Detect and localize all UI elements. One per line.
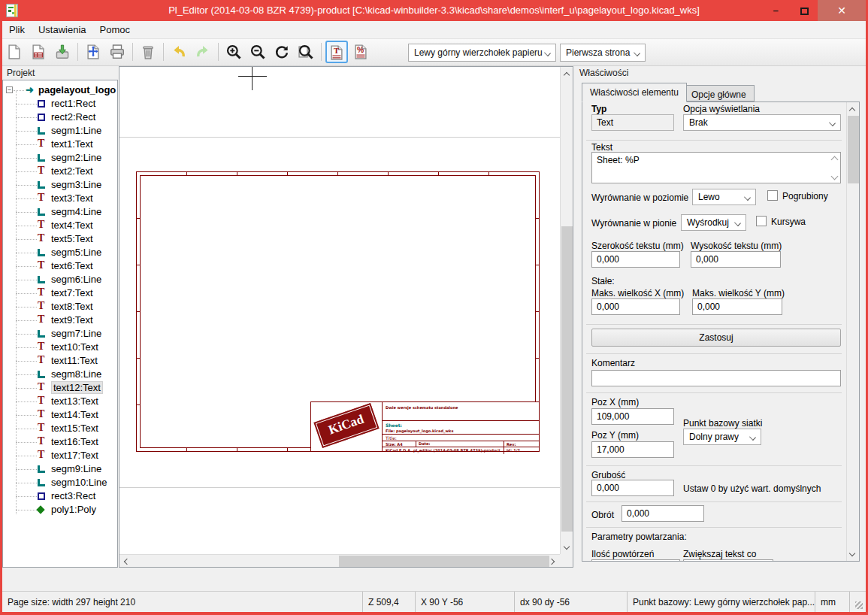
- tab-opcje-glowne[interactable]: Opcje główne: [683, 85, 755, 101]
- tree-item-segm3[interactable]: segm3:Line: [3, 178, 117, 192]
- resize-grip[interactable]: [855, 601, 863, 609]
- tekst-textarea[interactable]: Sheet: %P: [591, 152, 841, 183]
- grid-origin-select[interactable]: Dolny prawy: [683, 429, 761, 445]
- tree-item-segm2[interactable]: segm2:Line: [3, 151, 117, 165]
- print-button[interactable]: [106, 41, 129, 63]
- italic-checkbox[interactable]: [756, 216, 767, 226]
- sheet-settings-button[interactable]: [82, 41, 104, 63]
- scroll-up-button[interactable]: [847, 102, 860, 115]
- properties-scrollbar[interactable]: [846, 102, 859, 561]
- draw-area[interactable]: KiCad Dwie wersje schematu standalone Sh…: [119, 67, 560, 554]
- corner-origin-select[interactable]: Lewy górny wierzchołek papieru: [408, 44, 556, 62]
- halign-select[interactable]: Lewo: [692, 189, 756, 205]
- repeat-count-field[interactable]: [591, 559, 680, 561]
- comment-field[interactable]: [591, 370, 841, 386]
- toolbar-separator: [218, 43, 219, 61]
- text-width-field[interactable]: 0,000: [591, 251, 680, 268]
- tree-item-text2[interactable]: Ttext2:Text: [3, 165, 117, 178]
- tree-item-segm6[interactable]: segm6:Line: [3, 273, 117, 286]
- pos-y-field[interactable]: 17,000: [591, 441, 674, 458]
- tree-item-text13[interactable]: Ttext13:Text: [3, 395, 117, 408]
- hscrollbar-thumb[interactable]: [339, 556, 549, 567]
- zoom-in-button[interactable]: [222, 41, 245, 63]
- scroll-down-button[interactable]: [561, 541, 573, 554]
- new-page-button[interactable]: [3, 41, 26, 63]
- title-block-sheet selected-text[interactable]: Sheet:: [383, 421, 539, 429]
- repeat-step-field[interactable]: [683, 559, 773, 561]
- max-y-field[interactable]: 0,000: [692, 298, 782, 315]
- zoom-out-button[interactable]: [246, 41, 269, 63]
- tab-wlasciwosci-elementu[interactable]: Właściwości elementu: [582, 83, 687, 102]
- redraw-button[interactable]: [271, 41, 293, 63]
- menu-plik[interactable]: Plik: [2, 21, 32, 35]
- tree-item-text9[interactable]: Ttext9:Text: [3, 314, 117, 327]
- undo-button[interactable]: [168, 41, 190, 63]
- tree-item-segm1[interactable]: segm1:Line: [3, 124, 117, 138]
- tree-item-segm5[interactable]: segm5:Line: [3, 246, 117, 259]
- properties-scrollbar-thumb[interactable]: [848, 116, 859, 183]
- tree-item-text5[interactable]: Ttext5:Text: [3, 232, 117, 246]
- display-option-select[interactable]: Brak: [683, 114, 841, 131]
- tree-item-segm10[interactable]: segm10:Line: [3, 476, 117, 489]
- tree-item-text16[interactable]: Ttext16:Text: [3, 435, 117, 449]
- max-x-field[interactable]: 0,000: [591, 298, 680, 315]
- delete-button[interactable]: [137, 41, 159, 63]
- zoom-in-icon: [225, 44, 242, 60]
- tree-item-text14[interactable]: Ttext14:Text: [3, 408, 117, 422]
- scroll-up-icon[interactable]: [831, 156, 839, 164]
- show-texts-toggle[interactable]: T: [325, 41, 348, 63]
- show-placeholders-toggle[interactable]: %: [349, 41, 372, 63]
- project-tree[interactable]: −➜pagelayout_logorect1:Rectrect2:Rectseg…: [2, 80, 118, 568]
- save-button[interactable]: [51, 41, 74, 63]
- grid-origin-value: Dolny prawy: [689, 432, 739, 442]
- maximize-button[interactable]: [793, 0, 815, 21]
- zoom-fit-button[interactable]: [295, 41, 317, 63]
- scroll-down-button[interactable]: [847, 548, 860, 561]
- valign-select[interactable]: Wyśrodkuj: [681, 214, 746, 231]
- tree-root-item[interactable]: −➜pagelayout_logo: [3, 83, 117, 97]
- bold-checkbox[interactable]: [767, 190, 778, 201]
- tree-item-segm9[interactable]: segm9:Line: [3, 462, 117, 476]
- tree-item-text10[interactable]: Ttext10:Text: [3, 341, 117, 354]
- menu-ustawienia[interactable]: Ustawienia: [32, 21, 93, 35]
- tree-item-segm7[interactable]: segm7:Line: [3, 327, 117, 341]
- scroll-up-button[interactable]: [561, 67, 573, 80]
- tree-item-text6[interactable]: Ttext6:Text: [3, 259, 117, 273]
- apply-button[interactable]: Zastosuj: [591, 329, 841, 347]
- scroll-down-icon[interactable]: [831, 173, 839, 180]
- pos-x-field[interactable]: 109,000: [591, 408, 674, 425]
- close-button[interactable]: ✕: [818, 0, 866, 21]
- tree-item-segm8[interactable]: segm8:Line: [3, 368, 117, 381]
- scroll-left-button[interactable]: [119, 555, 132, 568]
- tree-item-rect1[interactable]: rect1:Rect: [3, 97, 117, 111]
- tree-item-rect2[interactable]: rect2:Rect: [3, 111, 117, 124]
- tree-item-text1[interactable]: Ttext1:Text: [3, 138, 117, 151]
- tree-item-text12[interactable]: Ttext12:Text: [3, 381, 117, 395]
- canvas[interactable]: KiCad Dwie wersje schematu standalone Sh…: [119, 66, 573, 568]
- minimize-button[interactable]: –: [764, 0, 787, 21]
- tree-item-text3[interactable]: Ttext3:Text: [3, 192, 117, 205]
- tree-item-segm4[interactable]: segm4:Line: [3, 205, 117, 219]
- tree-item-text7[interactable]: Ttext7:Text: [3, 286, 117, 300]
- tree-item-text17[interactable]: Ttext17:Text: [3, 449, 117, 462]
- thickness-field[interactable]: 0,000: [591, 480, 674, 496]
- title-block[interactable]: KiCad Dwie wersje schematu standalone Sh…: [310, 401, 540, 452]
- tree-item-rect3[interactable]: rect3:Rect: [3, 489, 117, 503]
- vscrollbar-thumb[interactable]: [561, 226, 573, 532]
- tree-item-text4[interactable]: Ttext4:Text: [3, 219, 117, 232]
- tree-item-text11[interactable]: Ttext11:Text: [3, 354, 117, 368]
- page-select[interactable]: Pierwsza strona: [560, 44, 646, 62]
- open-layout-button[interactable]: [27, 41, 50, 63]
- canvas-hscrollbar[interactable]: [119, 554, 560, 567]
- tree-item-poly1[interactable]: poly1:Poly: [3, 503, 117, 517]
- rotation-field[interactable]: 0,000: [622, 505, 704, 522]
- redo-button[interactable]: [192, 41, 214, 63]
- typ-field: Text: [591, 114, 674, 131]
- canvas-vscrollbar[interactable]: [560, 67, 573, 554]
- tree-item-text8[interactable]: Ttext8:Text: [3, 300, 117, 314]
- tree-item-text15[interactable]: Ttext15:Text: [3, 422, 117, 435]
- scroll-right-button[interactable]: [547, 555, 560, 568]
- menu-pomoc[interactable]: Pomoc: [93, 21, 137, 35]
- text-height-field[interactable]: 0,000: [691, 251, 781, 268]
- tree-collapse-toggle[interactable]: −: [6, 86, 13, 93]
